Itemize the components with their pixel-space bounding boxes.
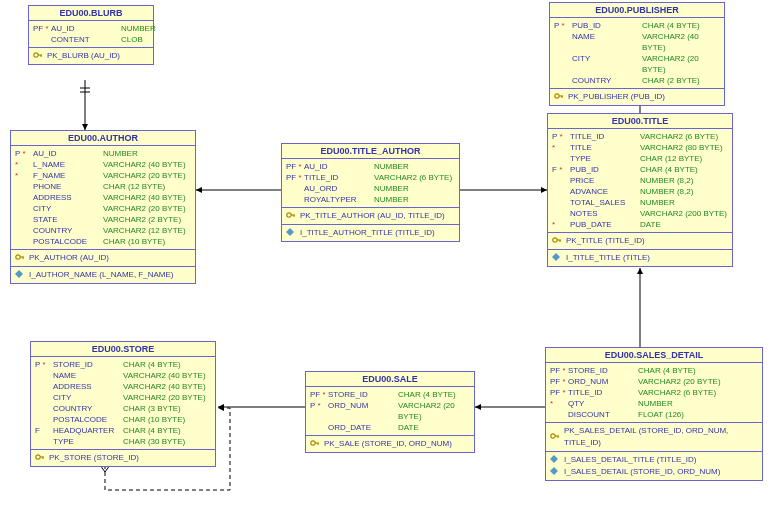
column-name: CITY <box>33 203 103 214</box>
key-icon <box>554 91 568 103</box>
column-type: VARCHAR2 (40 BYTE) <box>123 381 211 392</box>
key-text: I_SALES_DETAIL (STORE_ID, ORD_NUM) <box>564 466 720 478</box>
column-name: ORD_NUM <box>568 376 638 387</box>
column-row: *PUB_DATEDATE <box>552 219 728 230</box>
key-text: PK_TITLE_AUTHOR (AU_ID, TITLE_ID) <box>300 210 445 222</box>
key-icon <box>552 235 566 247</box>
column-name: AU_ID <box>33 148 103 159</box>
column-name: STORE_ID <box>53 359 123 370</box>
column-flags: P * <box>310 400 328 422</box>
column-row: ORD_DATEDATE <box>310 422 470 433</box>
column-row: ADDRESSVARCHAR2 (40 BYTE) <box>35 381 211 392</box>
column-row: TYPECHAR (12 BYTE) <box>552 153 728 164</box>
svg-point-27 <box>311 441 315 445</box>
column-type: CLOB <box>121 34 149 45</box>
key-row: PK_PUBLISHER (PUB_ID) <box>554 91 720 103</box>
column-type: CHAR (10 BYTE) <box>123 414 211 425</box>
column-row: STATEVARCHAR2 (2 BYTE) <box>15 214 191 225</box>
column-name: TITLE_ID <box>568 387 638 398</box>
key-text: PK_TITLE (TITLE_ID) <box>566 235 645 247</box>
key-row: PK_STORE (STORE_ID) <box>35 452 211 464</box>
column-flags <box>33 34 51 45</box>
column-name: F_NAME <box>33 170 103 181</box>
svg-point-15 <box>287 213 291 217</box>
column-type: FLOAT (126) <box>638 409 758 420</box>
column-type: VARCHAR2 (80 BYTE) <box>640 142 728 153</box>
column-flags <box>15 203 33 214</box>
svg-point-30 <box>551 434 555 438</box>
column-name: ADVANCE <box>570 186 640 197</box>
column-flags: * <box>15 170 33 181</box>
column-name: STATE <box>33 214 103 225</box>
column-row: *TITLEVARCHAR2 (80 BYTE) <box>552 142 728 153</box>
column-type: CHAR (4 BYTE) <box>398 389 470 400</box>
column-row: COUNTRYCHAR (2 BYTE) <box>554 75 720 86</box>
column-flags: P * <box>15 148 33 159</box>
column-type: CHAR (12 BYTE) <box>103 181 191 192</box>
column-type: NUMBER (8,2) <box>640 175 728 186</box>
entity-author: EDU00.AUTHOR P *AU_IDNUMBER*L_NAMEVARCHA… <box>10 130 196 284</box>
column-row: *QTYNUMBER <box>550 398 758 409</box>
column-name: TYPE <box>570 153 640 164</box>
column-name: PUB_ID <box>572 20 642 31</box>
column-type: VARCHAR2 (20 BYTE) <box>398 400 470 422</box>
entity-title: EDU00.TITLE_AUTHOR <box>282 144 459 159</box>
column-type: CHAR (4 BYTE) <box>640 164 728 175</box>
key-row: PK_AUTHOR (AU_ID) <box>15 252 191 264</box>
column-row: *L_NAMEVARCHAR2 (40 BYTE) <box>15 159 191 170</box>
column-type: CHAR (10 BYTE) <box>103 236 191 247</box>
column-row: P *AU_IDNUMBER <box>15 148 191 159</box>
column-type: VARCHAR2 (6 BYTE) <box>374 172 455 183</box>
column-type: VARCHAR2 (6 BYTE) <box>640 131 728 142</box>
column-flags: F * <box>552 164 570 175</box>
column-name: TOTAL_SALES <box>570 197 640 208</box>
column-flags <box>15 236 33 247</box>
column-row: PF *STORE_IDCHAR (4 BYTE) <box>310 389 470 400</box>
column-flags <box>550 409 568 420</box>
column-row: CITYVARCHAR2 (20 BYTE) <box>554 53 720 75</box>
column-name: HEADQUARTER <box>53 425 123 436</box>
column-type: DATE <box>398 422 470 433</box>
key-row: PK_BLURB (AU_ID) <box>33 50 149 62</box>
column-row: P *ORD_NUMVARCHAR2 (20 BYTE) <box>310 400 470 422</box>
column-type: NUMBER <box>638 398 758 409</box>
index-icon <box>286 227 300 239</box>
column-flags <box>286 183 304 194</box>
column-flags <box>15 225 33 236</box>
column-type: CHAR (30 BYTE) <box>123 436 211 447</box>
column-name: COUNTRY <box>33 225 103 236</box>
column-type: NUMBER <box>121 23 156 34</box>
index-icon <box>550 466 564 478</box>
column-name: DISCOUNT <box>568 409 638 420</box>
column-name: ADDRESS <box>53 381 123 392</box>
svg-point-12 <box>16 255 20 259</box>
column-name: POSTALCODE <box>53 414 123 425</box>
column-flags <box>552 175 570 186</box>
column-name: TYPE <box>53 436 123 447</box>
column-row: ADVANCENUMBER (8,2) <box>552 186 728 197</box>
index-icon <box>550 454 564 466</box>
column-row: CITYVARCHAR2 (20 BYTE) <box>35 392 211 403</box>
column-type: VARCHAR2 (20 BYTE) <box>123 392 211 403</box>
column-name: PUB_ID <box>570 164 640 175</box>
key-row: PK_SALE (STORE_ID, ORD_NUM) <box>310 438 470 450</box>
column-flags: * <box>15 159 33 170</box>
column-row: P *TITLE_IDVARCHAR2 (6 BYTE) <box>552 131 728 142</box>
column-name: L_NAME <box>33 159 103 170</box>
column-type: NUMBER <box>374 194 455 205</box>
column-row: CONTENTCLOB <box>33 34 149 45</box>
entity-title: EDU00.TITLE P *TITLE_IDVARCHAR2 (6 BYTE)… <box>547 113 733 267</box>
key-text: PK_SALES_DETAIL (STORE_ID, ORD_NUM, TITL… <box>564 425 758 449</box>
entity-title: EDU00.BLURB <box>29 6 153 21</box>
column-flags <box>35 414 53 425</box>
column-row: POSTALCODECHAR (10 BYTE) <box>15 236 191 247</box>
key-text: PK_PUBLISHER (PUB_ID) <box>568 91 665 103</box>
column-flags <box>552 208 570 219</box>
column-type: CHAR (4 BYTE) <box>638 365 758 376</box>
entity-blurb: EDU00.BLURB PF *AU_IDNUMBER CONTENTCLOB … <box>28 5 154 65</box>
entity-title-author: EDU00.TITLE_AUTHOR PF *AU_IDNUMBERPF *TI… <box>281 143 460 242</box>
key-text: PK_SALE (STORE_ID, ORD_NUM) <box>324 438 452 450</box>
key-text: I_AUTHOR_NAME (L_NAME, F_NAME) <box>29 269 173 281</box>
column-flags <box>35 392 53 403</box>
column-flags <box>554 75 572 86</box>
